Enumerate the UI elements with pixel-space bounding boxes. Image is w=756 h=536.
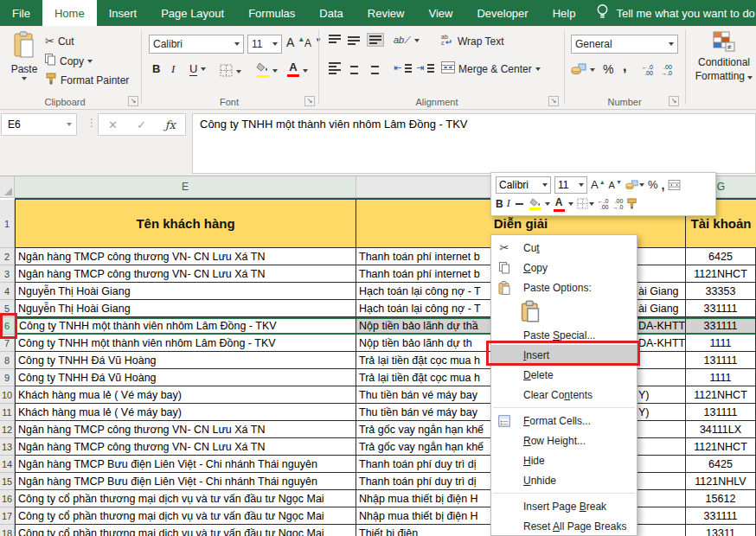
mini-decrease-font-button[interactable]: A▼ xyxy=(609,180,622,190)
mini-font-name-select[interactable]: Calibri xyxy=(496,176,551,194)
number-format-select[interactable]: General xyxy=(571,35,678,54)
underline-dropdown-arrow[interactable] xyxy=(201,67,206,71)
decrease-decimal-button[interactable]: .00→.0 xyxy=(661,64,672,76)
row-header-13[interactable]: 13 xyxy=(0,438,15,456)
row-header-3[interactable]: 3 xyxy=(0,265,15,283)
mini-merge-button[interactable] xyxy=(668,180,681,190)
cell-g6[interactable]: 331111 xyxy=(686,317,756,335)
enter-icon[interactable]: ✓ xyxy=(137,118,146,131)
cancel-icon[interactable]: ✕ xyxy=(108,118,118,131)
cell-g8[interactable]: 131111 xyxy=(686,352,756,369)
menu-item-hide[interactable]: Hide xyxy=(491,450,637,470)
menu-item-row-height[interactable]: Row Height... xyxy=(491,431,637,450)
paste-dropdown-arrow[interactable] xyxy=(22,77,27,80)
row-header-17[interactable]: 17 xyxy=(0,507,15,525)
orientation-dropdown-arrow[interactable] xyxy=(414,39,420,42)
row-header-7[interactable]: 7 xyxy=(0,335,15,352)
row-header-5[interactable]: 5 xyxy=(0,300,15,317)
copy-dropdown-arrow[interactable] xyxy=(87,60,93,63)
conditional-formatting-button[interactable]: ≠ Conditional Formatting xyxy=(692,31,756,82)
tab-formulas[interactable]: Formulas xyxy=(236,0,307,26)
cell-e14[interactable]: Ngân hàng TMCP Bưu điện Liên Việt - Chi … xyxy=(15,456,356,473)
wrap-text-button[interactable]: abc Wrap Text xyxy=(441,34,504,48)
cell-e18[interactable]: Công ty cổ phần thương mại dịch vụ và tư… xyxy=(15,525,356,536)
percent-style-button[interactable]: % xyxy=(603,62,613,76)
[interactable] xyxy=(568,202,573,206)
top-align-button[interactable] xyxy=(329,35,341,43)
cell-e8[interactable]: Công ty TNHH Đá Vũ Hoàng xyxy=(15,352,356,369)
borders-dropdown-arrow[interactable] xyxy=(236,70,241,73)
cell-e10[interactable]: Khách hàng mua lẻ ( Vé máy bay) xyxy=(15,386,356,404)
mini-fill-color-button[interactable] xyxy=(529,198,541,210)
underline-button[interactable]: U xyxy=(189,62,206,76)
align-center-button[interactable] xyxy=(348,62,360,74)
accounting-dropdown-arrow[interactable] xyxy=(590,68,595,72)
cell-g16[interactable]: 15612 xyxy=(686,490,756,507)
middle-align-button[interactable] xyxy=(348,36,360,45)
paste-button[interactable]: Paste xyxy=(7,31,42,80)
font-color-dropdown-arrow[interactable] xyxy=(303,69,308,73)
formula-input[interactable]: Công ty TNHH một thành viên nhôm Lâm Đồn… xyxy=(192,113,756,174)
cell-e5[interactable]: Nguyễn Thị Hoài Giang xyxy=(15,300,356,317)
cell-e7[interactable]: Công ty TNHH một thành viên nhôm Lâm Đồn… xyxy=(15,335,356,352)
cell-e3[interactable]: Ngân hàng TMCP công thương VN- CN Lưu Xá… xyxy=(15,265,356,283)
merge-center-dropdown-arrow[interactable] xyxy=(535,67,541,71)
row-header-9[interactable]: 9 xyxy=(0,369,15,386)
name-box[interactable]: E6 xyxy=(1,113,77,136)
borders-button[interactable] xyxy=(220,64,241,80)
font-name-select[interactable]: Calibri xyxy=(149,35,244,54)
mini-percent-button[interactable]: % xyxy=(648,178,658,191)
cell-e9[interactable]: Công ty TNHH Đá Vũ Hoàng xyxy=(15,369,356,386)
select-all-button[interactable] xyxy=(0,176,15,198)
row-header-6[interactable]: 6 xyxy=(0,317,15,335)
orientation-button[interactable]: ab⟋ xyxy=(394,35,420,46)
row-header-16[interactable]: 16 xyxy=(0,490,15,507)
cell-e2[interactable]: Ngân hàng TMCP công thương VN- CN Lưu Xá… xyxy=(15,248,356,265)
cell-e16[interactable]: Công ty cổ phần thương mại dịch vụ và tư… xyxy=(15,490,356,507)
cell-g17[interactable]: 331111 xyxy=(686,507,756,525)
cell-g4[interactable]: 33353 xyxy=(686,283,756,300)
[interactable] xyxy=(545,202,550,206)
mini-italic-button[interactable]: I xyxy=(507,197,510,210)
menu-item-delete[interactable]: Delete xyxy=(491,365,637,385)
increase-font-button[interactable]: A▲ xyxy=(286,35,304,49)
row-header-2[interactable]: 2 xyxy=(0,248,15,265)
menu-item-copy[interactable]: Copy xyxy=(491,258,637,278)
align-right-button[interactable] xyxy=(367,62,379,74)
comma-style-button[interactable]: , xyxy=(623,59,626,74)
tell-me-box[interactable]: Tell me what you want to do xyxy=(587,0,756,26)
mini-center-align-button[interactable] xyxy=(514,200,526,208)
align-left-button[interactable] xyxy=(329,62,341,74)
format-painter-button[interactable]: Format Painter xyxy=(45,73,129,87)
cell-g5[interactable]: 331111 xyxy=(686,300,756,317)
bold-button[interactable]: B xyxy=(152,62,160,75)
decrease-indent-button[interactable]: ⇤ xyxy=(394,62,412,73)
cell-g7[interactable]: 1111 xyxy=(686,335,756,352)
number-dialog-launcher[interactable]: ↘ xyxy=(669,96,679,106)
tab-home[interactable]: Home xyxy=(42,0,97,26)
merge-center-button[interactable]: Merge & Center xyxy=(441,61,541,76)
menu-item-insert-page-break[interactable]: Insert Page Break xyxy=(491,496,637,516)
tab-page-layout[interactable]: Page Layout xyxy=(149,0,236,26)
tab-review[interactable]: Review xyxy=(356,0,417,26)
accounting-format-button[interactable] xyxy=(571,62,595,78)
copy-button[interactable]: Copy xyxy=(45,54,93,68)
menu-item-unhide[interactable]: Unhide xyxy=(491,470,637,490)
cell-e4[interactable]: Nguyễn Thị Hoài Giang xyxy=(15,283,356,300)
cell-g15[interactable]: 1121NHLV xyxy=(686,473,756,490)
cell-e17[interactable]: Công ty cổ phần thương mại dịch vụ và tư… xyxy=(15,507,356,525)
mini-font-color-button[interactable]: A xyxy=(554,196,565,212)
tab-insert[interactable]: Insert xyxy=(97,0,150,26)
cell-g14[interactable]: 6425 xyxy=(686,456,756,473)
paste-option-keep-formatting[interactable] xyxy=(491,297,637,325)
mini-bold-button[interactable]: B xyxy=(496,198,503,210)
cell-e11[interactable]: Khách hàng mua lẻ ( Vé máy bay) xyxy=(15,404,356,421)
font-color-button[interactable]: A xyxy=(287,61,299,77)
insert-function-icon[interactable]: ƒx xyxy=(165,118,176,131)
font-size-select[interactable]: 11 xyxy=(247,35,282,54)
increase-decimal-button[interactable]: ←.0.00 xyxy=(642,64,653,76)
mini-font-size-select[interactable]: 11 xyxy=(554,176,587,194)
cell-g18[interactable]: 13311 xyxy=(686,525,756,536)
tab-file[interactable]: File xyxy=(0,0,42,26)
fill-color-button[interactable] xyxy=(256,62,269,78)
